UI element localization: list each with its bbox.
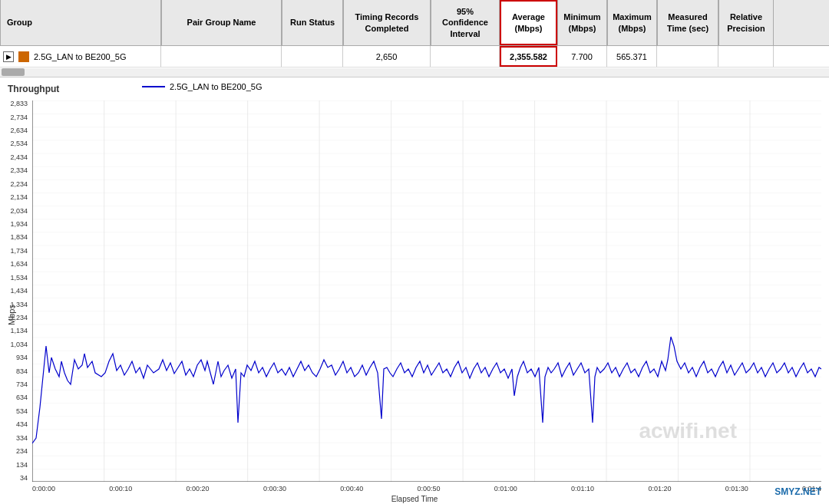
th-run-status: Run Status <box>282 0 343 45</box>
y-tick-5: 534 <box>0 408 31 415</box>
td-timing-records: 2,650 <box>343 46 431 67</box>
y-tick-26: 2,634 <box>0 127 31 134</box>
y-axis-ticks: 34 134 234 334 434 534 634 734 834 934 1… <box>0 100 31 482</box>
x-tick-3: 0:00:30 <box>263 485 286 492</box>
td-average: 2,355.582 <box>500 46 557 67</box>
horizontal-scrollbar[interactable] <box>0 68 829 77</box>
y-tick-17: 1,734 <box>0 248 31 255</box>
y-tick-6: 634 <box>0 394 31 401</box>
td-pair-group-name <box>161 46 282 67</box>
x-tick-8: 0:01:20 <box>648 485 671 492</box>
td-relative-precision <box>718 46 774 67</box>
td-run-status <box>282 46 343 67</box>
x-tick-6: 0:01:00 <box>494 485 517 492</box>
y-tick-21: 2,134 <box>0 194 31 201</box>
y-tick-23: 2,334 <box>0 167 31 174</box>
y-tick-12: 1,234 <box>0 315 31 321</box>
watermark-smyz: SMYZ.NET <box>775 486 821 497</box>
table-row: ▶ 2.5G_LAN to BE200_5G 2,650 2,355.582 7… <box>0 46 829 68</box>
td-measured-time <box>657 46 718 67</box>
th-timing-records: Timing Records Completed <box>343 0 431 45</box>
th-minimum: Minimum (Mbps) <box>557 0 607 45</box>
y-tick-18: 1,834 <box>0 234 31 241</box>
y-tick-19: 1,934 <box>0 221 31 228</box>
y-tick-1: 134 <box>0 462 31 469</box>
th-measured-time: Measured Time (sec) <box>657 0 718 45</box>
x-axis-title: Elapsed Time <box>391 495 438 503</box>
y-tick-15: 1,534 <box>0 275 31 282</box>
y-tick-13: 1,334 <box>0 301 31 308</box>
legend-label: 2.5G_LAN to BE200_5G <box>170 82 262 91</box>
x-tick-9: 0:01:30 <box>725 485 748 492</box>
y-tick-10: 1,034 <box>0 341 31 348</box>
group-icon <box>18 51 29 62</box>
y-tick-0: 34 <box>0 475 31 482</box>
th-maximum: Maximum (Mbps) <box>607 0 657 45</box>
x-tick-0: 0:00:00 <box>32 485 55 492</box>
y-tick-24: 2,434 <box>0 154 31 161</box>
y-tick-22: 2,234 <box>0 181 31 188</box>
th-confidence: 95% Confidence Interval <box>431 0 500 45</box>
td-group: ▶ 2.5G_LAN to BE200_5G <box>0 46 161 67</box>
table-header: Group Pair Group Name Run Status Timing … <box>0 0 829 46</box>
chart-title: Throughput <box>8 84 59 94</box>
y-tick-4: 434 <box>0 421 31 428</box>
y-tick-20: 2,034 <box>0 208 31 215</box>
y-tick-16: 1,634 <box>0 261 31 268</box>
y-tick-14: 1,434 <box>0 288 31 295</box>
x-tick-5: 0:00:50 <box>417 485 440 492</box>
y-tick-3: 334 <box>0 435 31 442</box>
y-tick-9: 934 <box>0 354 31 361</box>
td-minimum: 7.700 <box>557 46 607 67</box>
x-tick-1: 0:00:10 <box>109 485 132 492</box>
chart-container: Throughput 2.5G_LAN to BE200_5G Mbps 34 … <box>0 77 829 504</box>
x-tick-4: 0:00:40 <box>340 485 363 492</box>
th-group: Group <box>0 0 161 45</box>
th-average: Average (Mbps) <box>500 0 557 45</box>
legend-line-icon <box>142 86 165 87</box>
y-tick-2: 234 <box>0 448 31 455</box>
y-tick-11: 1,134 <box>0 328 31 334</box>
y-tick-8: 834 <box>0 368 31 375</box>
expand-icon[interactable]: ▶ <box>3 51 14 62</box>
x-tick-2: 0:00:20 <box>187 485 210 492</box>
y-tick-7: 734 <box>0 381 31 388</box>
y-tick-25: 2,534 <box>0 140 31 147</box>
watermark-acwifi: acwifi.net <box>639 419 737 443</box>
td-maximum: 565.371 <box>607 46 657 67</box>
y-tick-28: 2,833 <box>0 100 31 107</box>
td-confidence <box>431 46 500 67</box>
y-tick-27: 2,734 <box>0 114 31 121</box>
th-relative-precision: Relative Precision <box>718 0 774 45</box>
x-tick-7: 0:01:10 <box>571 485 594 492</box>
chart-legend: 2.5G_LAN to BE200_5G <box>142 82 262 91</box>
th-pair-group-name: Pair Group Name <box>161 0 282 45</box>
